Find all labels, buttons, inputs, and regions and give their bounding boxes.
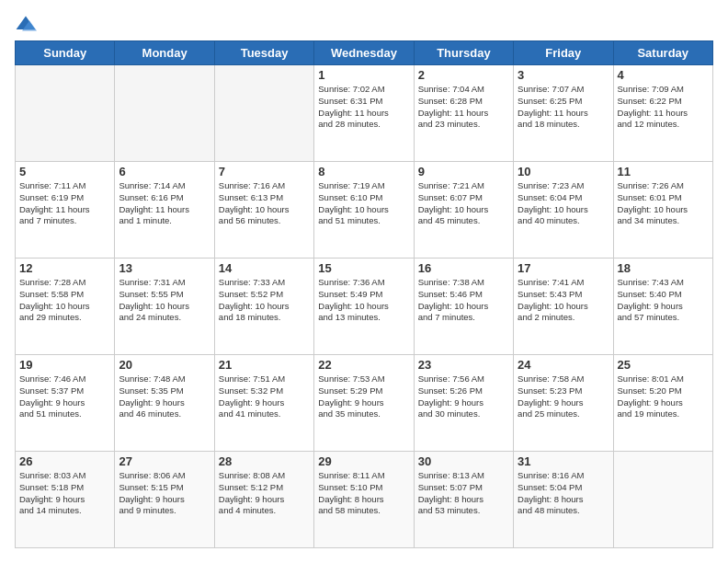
cell-info: Sunrise: 7:23 AM Sunset: 6:04 PM Dayligh… [518, 180, 609, 227]
date-number: 18 [618, 261, 709, 275]
cal-cell-22: 22Sunrise: 7:53 AM Sunset: 5:29 PM Dayli… [314, 355, 414, 452]
cal-cell-16: 16Sunrise: 7:38 AM Sunset: 5:46 PM Dayli… [414, 259, 513, 355]
cell-info: Sunrise: 7:46 AM Sunset: 5:37 PM Dayligh… [19, 373, 110, 420]
cell-info: Sunrise: 7:09 AM Sunset: 6:22 PM Dayligh… [618, 84, 709, 131]
cell-info: Sunrise: 7:51 AM Sunset: 5:32 PM Dayligh… [219, 373, 310, 420]
cell-info: Sunrise: 7:26 AM Sunset: 6:01 PM Dayligh… [618, 180, 709, 227]
cal-cell-27: 27Sunrise: 8:06 AM Sunset: 5:15 PM Dayli… [115, 452, 214, 548]
cell-info: Sunrise: 7:41 AM Sunset: 5:43 PM Dayligh… [518, 277, 609, 324]
cal-cell-empty [613, 452, 712, 548]
cell-info: Sunrise: 7:31 AM Sunset: 5:55 PM Dayligh… [119, 277, 210, 324]
day-header-tuesday: Tuesday [214, 41, 313, 65]
cal-cell-29: 29Sunrise: 8:11 AM Sunset: 5:10 PM Dayli… [314, 452, 414, 548]
day-header-sunday: Sunday [16, 41, 115, 65]
date-number: 25 [618, 358, 709, 372]
day-header-monday: Monday [115, 41, 214, 65]
date-number: 20 [119, 358, 210, 372]
cal-cell-10: 10Sunrise: 7:23 AM Sunset: 6:04 PM Dayli… [514, 162, 613, 259]
cal-cell-30: 30Sunrise: 8:13 AM Sunset: 5:07 PM Dayli… [414, 452, 513, 548]
cal-cell-empty [115, 65, 214, 162]
cell-info: Sunrise: 7:53 AM Sunset: 5:29 PM Dayligh… [318, 373, 409, 420]
cell-info: Sunrise: 7:14 AM Sunset: 6:16 PM Dayligh… [119, 180, 210, 227]
date-number: 14 [219, 261, 310, 275]
date-number: 17 [518, 261, 609, 275]
cell-info: Sunrise: 7:38 AM Sunset: 5:46 PM Dayligh… [418, 277, 509, 324]
cell-info: Sunrise: 7:07 AM Sunset: 6:25 PM Dayligh… [518, 84, 609, 131]
cal-cell-4: 4Sunrise: 7:09 AM Sunset: 6:22 PM Daylig… [613, 65, 712, 162]
cell-info: Sunrise: 7:58 AM Sunset: 5:23 PM Dayligh… [518, 373, 609, 420]
cal-cell-2: 2Sunrise: 7:04 AM Sunset: 6:28 PM Daylig… [414, 65, 513, 162]
cal-cell-28: 28Sunrise: 8:08 AM Sunset: 5:12 PM Dayli… [214, 452, 313, 548]
cal-cell-empty [16, 65, 115, 162]
date-number: 24 [518, 358, 609, 372]
cal-cell-18: 18Sunrise: 7:43 AM Sunset: 5:40 PM Dayli… [613, 259, 712, 355]
cal-cell-15: 15Sunrise: 7:36 AM Sunset: 5:49 PM Dayli… [314, 259, 414, 355]
cell-info: Sunrise: 7:36 AM Sunset: 5:49 PM Dayligh… [318, 277, 409, 324]
cell-info: Sunrise: 7:04 AM Sunset: 6:28 PM Dayligh… [418, 84, 509, 131]
page: SundayMondayTuesdayWednesdayThursdayFrid… [0, 0, 728, 563]
date-number: 3 [518, 68, 609, 82]
cell-info: Sunrise: 8:11 AM Sunset: 5:10 PM Dayligh… [318, 470, 409, 517]
date-number: 11 [618, 165, 709, 178]
logo-icon [15, 15, 37, 33]
cell-info: Sunrise: 7:28 AM Sunset: 5:58 PM Dayligh… [19, 277, 110, 324]
cal-cell-13: 13Sunrise: 7:31 AM Sunset: 5:55 PM Dayli… [115, 259, 214, 355]
cal-cell-24: 24Sunrise: 7:58 AM Sunset: 5:23 PM Dayli… [514, 355, 613, 452]
day-header-thursday: Thursday [414, 41, 513, 65]
date-number: 1 [318, 68, 409, 82]
date-number: 13 [119, 261, 210, 275]
cell-info: Sunrise: 7:21 AM Sunset: 6:07 PM Dayligh… [418, 180, 509, 227]
cal-cell-11: 11Sunrise: 7:26 AM Sunset: 6:01 PM Dayli… [613, 162, 712, 259]
cell-info: Sunrise: 7:02 AM Sunset: 6:31 PM Dayligh… [318, 84, 409, 131]
cell-info: Sunrise: 7:16 AM Sunset: 6:13 PM Dayligh… [219, 180, 310, 227]
cal-cell-19: 19Sunrise: 7:46 AM Sunset: 5:37 PM Dayli… [16, 355, 115, 452]
cal-cell-6: 6Sunrise: 7:14 AM Sunset: 6:16 PM Daylig… [115, 162, 214, 259]
date-number: 19 [19, 358, 110, 372]
cal-cell-1: 1Sunrise: 7:02 AM Sunset: 6:31 PM Daylig… [314, 65, 414, 162]
cal-cell-21: 21Sunrise: 7:51 AM Sunset: 5:32 PM Dayli… [214, 355, 313, 452]
date-number: 4 [618, 68, 709, 82]
date-number: 7 [219, 165, 310, 178]
cell-info: Sunrise: 8:01 AM Sunset: 5:20 PM Dayligh… [618, 373, 709, 420]
date-number: 2 [418, 68, 509, 82]
cal-cell-23: 23Sunrise: 7:56 AM Sunset: 5:26 PM Dayli… [414, 355, 513, 452]
cal-cell-5: 5Sunrise: 7:11 AM Sunset: 6:19 PM Daylig… [16, 162, 115, 259]
cal-cell-12: 12Sunrise: 7:28 AM Sunset: 5:58 PM Dayli… [16, 259, 115, 355]
date-number: 31 [518, 454, 609, 468]
cell-info: Sunrise: 7:43 AM Sunset: 5:40 PM Dayligh… [618, 277, 709, 324]
logo [15, 15, 40, 33]
date-number: 22 [318, 358, 409, 372]
cal-cell-8: 8Sunrise: 7:19 AM Sunset: 6:10 PM Daylig… [314, 162, 414, 259]
cal-cell-3: 3Sunrise: 7:07 AM Sunset: 6:25 PM Daylig… [514, 65, 613, 162]
date-number: 5 [19, 165, 110, 178]
day-header-friday: Friday [514, 41, 613, 65]
header [15, 15, 713, 33]
date-number: 15 [318, 261, 409, 275]
cal-cell-25: 25Sunrise: 8:01 AM Sunset: 5:20 PM Dayli… [613, 355, 712, 452]
date-number: 10 [518, 165, 609, 178]
cal-cell-empty [214, 65, 313, 162]
calendar-table: SundayMondayTuesdayWednesdayThursdayFrid… [15, 40, 713, 548]
date-number: 12 [19, 261, 110, 275]
cal-cell-26: 26Sunrise: 8:03 AM Sunset: 5:18 PM Dayli… [16, 452, 115, 548]
date-number: 27 [119, 454, 210, 468]
date-number: 16 [418, 261, 509, 275]
cell-info: Sunrise: 7:48 AM Sunset: 5:35 PM Dayligh… [119, 373, 210, 420]
cell-info: Sunrise: 8:08 AM Sunset: 5:12 PM Dayligh… [219, 470, 310, 517]
cal-cell-20: 20Sunrise: 7:48 AM Sunset: 5:35 PM Dayli… [115, 355, 214, 452]
cal-cell-9: 9Sunrise: 7:21 AM Sunset: 6:07 PM Daylig… [414, 162, 513, 259]
cell-info: Sunrise: 7:56 AM Sunset: 5:26 PM Dayligh… [418, 373, 509, 420]
cell-info: Sunrise: 7:11 AM Sunset: 6:19 PM Dayligh… [19, 180, 110, 227]
date-number: 21 [219, 358, 310, 372]
cell-info: Sunrise: 8:13 AM Sunset: 5:07 PM Dayligh… [418, 470, 509, 517]
date-number: 9 [418, 165, 509, 178]
cell-info: Sunrise: 8:03 AM Sunset: 5:18 PM Dayligh… [19, 470, 110, 517]
date-number: 26 [19, 454, 110, 468]
cell-info: Sunrise: 7:33 AM Sunset: 5:52 PM Dayligh… [219, 277, 310, 324]
date-number: 28 [219, 454, 310, 468]
cal-cell-31: 31Sunrise: 8:16 AM Sunset: 5:04 PM Dayli… [514, 452, 613, 548]
date-number: 30 [418, 454, 509, 468]
date-number: 8 [318, 165, 409, 178]
cell-info: Sunrise: 8:06 AM Sunset: 5:15 PM Dayligh… [119, 470, 210, 517]
cell-info: Sunrise: 7:19 AM Sunset: 6:10 PM Dayligh… [318, 180, 409, 227]
